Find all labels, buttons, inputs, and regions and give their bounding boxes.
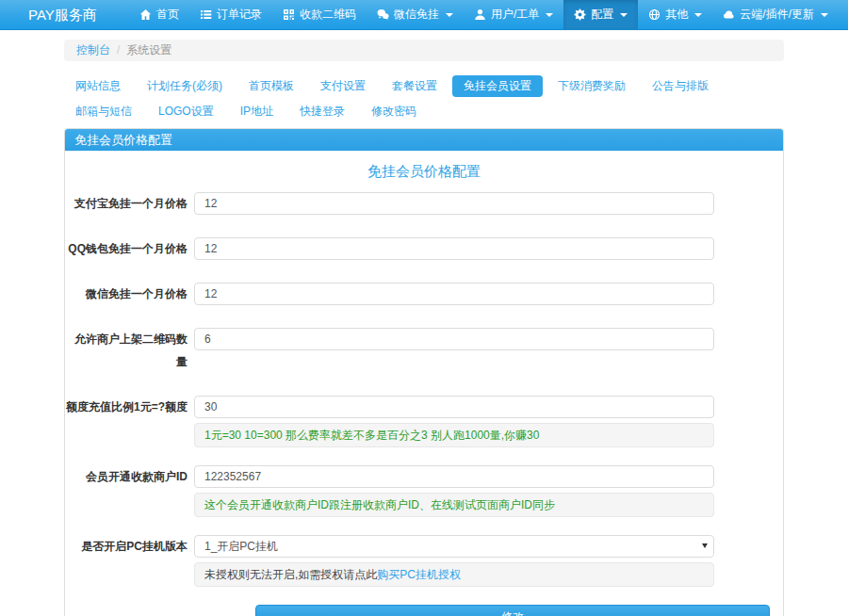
chevron-down-icon xyxy=(694,13,702,17)
settings-tabs: 网站信息计划任务(必须)首页模板支付设置套餐设置免挂会员设置下级消费奖励公告与排… xyxy=(64,75,784,122)
field-input-4[interactable] xyxy=(194,328,714,350)
submit-button[interactable]: 修改 xyxy=(255,605,770,616)
tab-1[interactable]: 网站信息 xyxy=(64,75,132,97)
nav-item-6[interactable]: 配置 xyxy=(563,0,638,29)
form-field-row: 会员开通收款商户ID这个会员开通收款商户ID跟注册收款商户ID、在线测试页面商户… xyxy=(65,465,783,517)
field-label: 是否开启PC挂机版本 xyxy=(65,535,188,558)
field-input-6[interactable] xyxy=(194,465,714,488)
field-control: 这个会员开通收款商户ID跟注册收款商户ID、在线测试页面商户ID同步 xyxy=(194,465,714,517)
field-select-7[interactable]: 1_开启PC挂机 xyxy=(194,535,714,558)
nav-item-label: 其他 xyxy=(665,7,688,23)
tab-13[interactable]: 修改密码 xyxy=(360,101,428,122)
field-label: 支付宝免挂一个月价格 xyxy=(65,192,188,215)
tab-5[interactable]: 套餐设置 xyxy=(381,75,448,97)
field-control xyxy=(194,237,714,260)
nav-item-5[interactable]: 用户/工单 xyxy=(464,0,563,29)
gear-icon xyxy=(574,8,586,21)
field-input-2[interactable] xyxy=(194,237,714,260)
globe-icon xyxy=(648,8,660,21)
breadcrumb-separator: / xyxy=(117,44,120,57)
form-field-row: 支付宝免挂一个月价格 xyxy=(65,192,783,215)
form-title: 免挂会员价格配置 xyxy=(65,163,783,181)
chevron-down-icon xyxy=(620,13,628,17)
field-control xyxy=(194,192,714,215)
help-text: 未授权则无法开启,如需授权请点此 xyxy=(204,568,377,581)
field-input-5[interactable] xyxy=(194,396,714,418)
cloud-icon xyxy=(723,8,735,21)
form-field-row: QQ钱包免挂一个月价格 xyxy=(65,237,783,260)
chevron-down-icon xyxy=(546,13,553,17)
nav-item-label: 云端/插件/更新 xyxy=(740,7,814,23)
panel-heading: 免挂会员价格配置 xyxy=(65,129,783,151)
nav-item-label: 订单记录 xyxy=(217,7,262,23)
qrcode-icon xyxy=(283,8,295,21)
settings-panel: 免挂会员价格配置 免挂会员价格配置 支付宝免挂一个月价格QQ钱包免挂一个月价格微… xyxy=(64,128,784,616)
nav-item-4[interactable]: 微信免挂 xyxy=(367,0,464,29)
field-label: 会员开通收款商户ID xyxy=(65,465,188,488)
field-input-3[interactable] xyxy=(194,283,714,305)
tab-10[interactable]: LOGO设置 xyxy=(147,101,225,122)
field-help: 这个会员开通收款商户ID跟注册收款商户ID、在线测试页面商户ID同步 xyxy=(194,493,714,517)
tab-12[interactable]: 快捷登录 xyxy=(288,101,356,122)
nav-item-label: 用户/工单 xyxy=(491,7,539,23)
help-text: 这个会员开通收款商户ID跟注册收款商户ID、在线测试页面商户ID同步 xyxy=(204,498,555,511)
settings-form: 支付宝免挂一个月价格QQ钱包免挂一个月价格微信免挂一个月价格允许商户上架二维码数… xyxy=(65,192,783,587)
panel-body: 免挂会员价格配置 支付宝免挂一个月价格QQ钱包免挂一个月价格微信免挂一个月价格允… xyxy=(65,163,783,616)
tab-6[interactable]: 免挂会员设置 xyxy=(452,75,543,97)
help-text: 1元=30 10=300 那么费率就差不多是百分之3 别人跑1000量,你赚30 xyxy=(204,429,539,442)
tab-11[interactable]: IP地址 xyxy=(229,101,285,122)
submit-row: 修改 xyxy=(255,605,770,616)
nav-item-label: 收款二维码 xyxy=(300,7,356,23)
field-help: 1元=30 10=300 那么费率就差不多是百分之3 别人跑1000量,你赚30 xyxy=(194,423,714,447)
field-control xyxy=(194,328,714,350)
page: PAY服务商 首页订单记录收款二维码微信免挂用户/工单配置其他云端/插件/更新 … xyxy=(0,0,848,616)
buy-authorization-link[interactable]: 购买PC挂机授权 xyxy=(377,568,461,581)
wechat-icon xyxy=(377,8,389,21)
field-label: QQ钱包免挂一个月价格 xyxy=(65,237,188,260)
field-control xyxy=(194,283,714,305)
form-field-row: 额度充值比例1元=?额度1元=30 10=300 那么费率就差不多是百分之3 别… xyxy=(65,396,783,447)
field-input-1[interactable] xyxy=(194,192,714,215)
field-help: 未授权则无法开启,如需授权请点此购买PC挂机授权 xyxy=(194,562,714,587)
tab-2[interactable]: 计划任务(必须) xyxy=(136,75,234,97)
field-label: 额度充值比例1元=?额度 xyxy=(65,396,188,418)
breadcrumb-current: 系统设置 xyxy=(126,44,171,57)
field-control: 1_开启PC挂机未授权则无法开启,如需授权请点此购买PC挂机授权 xyxy=(194,535,714,587)
nav-item-label: 首页 xyxy=(156,7,179,23)
breadcrumb-home-link[interactable]: 控制台 xyxy=(76,44,110,57)
field-control: 1元=30 10=300 那么费率就差不多是百分之3 别人跑1000量,你赚30 xyxy=(194,396,714,447)
nav-item-8[interactable]: 云端/插件/更新 xyxy=(712,0,839,29)
tab-8[interactable]: 公告与排版 xyxy=(641,75,720,97)
tab-7[interactable]: 下级消费奖励 xyxy=(546,75,637,97)
navbar-menu: 首页订单记录收款二维码微信免挂用户/工单配置其他云端/插件/更新 xyxy=(129,0,848,29)
tab-3[interactable]: 首页模板 xyxy=(237,75,305,97)
brand-title[interactable]: PAY服务商 xyxy=(0,0,112,29)
chevron-down-icon xyxy=(821,13,828,17)
form-field-row: 允许商户上架二维码数量 xyxy=(65,328,783,373)
top-navbar: PAY服务商 首页订单记录收款二维码微信免挂用户/工单配置其他云端/插件/更新 xyxy=(0,0,848,30)
tab-9[interactable]: 邮箱与短信 xyxy=(64,101,143,122)
nav-item-2[interactable]: 订单记录 xyxy=(189,0,272,29)
nav-item-3[interactable]: 收款二维码 xyxy=(272,0,367,29)
form-field-row: 是否开启PC挂机版本1_开启PC挂机未授权则无法开启,如需授权请点此购买PC挂机… xyxy=(65,535,783,587)
tab-4[interactable]: 支付设置 xyxy=(309,75,377,97)
nav-item-7[interactable]: 其他 xyxy=(638,0,712,29)
home-icon xyxy=(139,8,152,21)
breadcrumb: 控制台 / 系统设置 xyxy=(64,40,784,61)
chevron-down-icon xyxy=(446,13,453,17)
select-wrap: 1_开启PC挂机 xyxy=(194,535,714,558)
list-icon xyxy=(200,8,212,21)
nav-item-label: 配置 xyxy=(591,7,613,23)
nav-item-label: 微信免挂 xyxy=(394,7,439,23)
nav-item-1[interactable]: 首页 xyxy=(129,0,189,29)
field-label: 允许商户上架二维码数量 xyxy=(65,328,188,373)
user-icon xyxy=(474,8,486,21)
form-field-row: 微信免挂一个月价格 xyxy=(65,283,783,305)
field-label: 微信免挂一个月价格 xyxy=(65,283,188,305)
